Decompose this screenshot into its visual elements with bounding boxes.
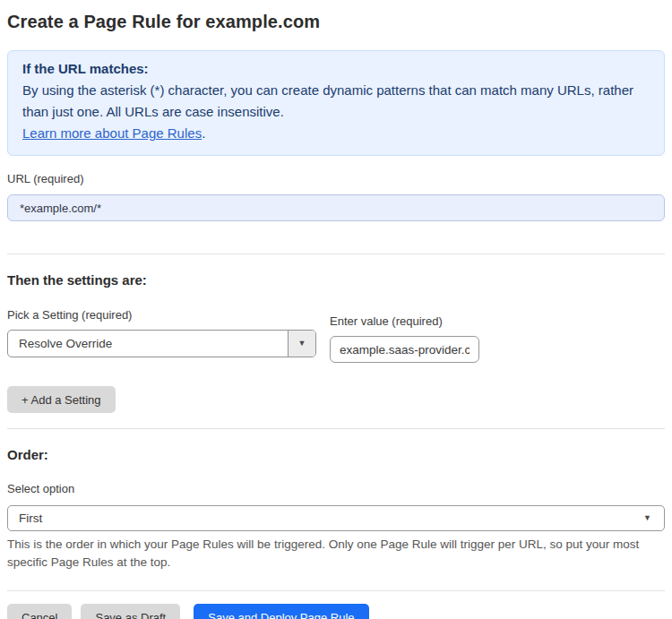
create-page-rule-panel: Create a Page Rule for example.com If th… [0, 0, 672, 619]
order-select-label: Select option [7, 482, 665, 496]
learn-more-page-rules-link[interactable]: Learn more about Page Rules [22, 125, 202, 141]
url-match-info-box: If the URL matches: By using the asteris… [7, 50, 665, 156]
url-input[interactable] [7, 194, 665, 221]
save-and-deploy-button[interactable]: Save and Deploy Page Rule [194, 604, 368, 619]
setting-value-label: Enter value (required) [330, 314, 479, 329]
setting-row: Pick a Setting (required) Resolve Overri… [7, 308, 665, 363]
setting-select-value: Resolve Override [8, 331, 288, 357]
setting-value-input[interactable] [330, 336, 479, 363]
settings-section-heading: Then the settings are: [7, 254, 665, 288]
info-box-link-row: Learn more about Page Rules. [22, 123, 650, 144]
save-as-draft-button[interactable]: Save as Draft [81, 604, 180, 619]
link-period: . [202, 125, 205, 141]
order-select-dropdown[interactable]: First ▼ [7, 505, 665, 531]
order-select-value: First [19, 512, 42, 525]
order-section-heading: Order: [7, 429, 665, 462]
setting-select-label: Pick a Setting (required) [7, 308, 316, 322]
order-help-text: This is the order in which your Page Rul… [7, 536, 665, 572]
info-box-body: By using the asterisk (*) character, you… [22, 80, 650, 123]
footer-actions: Cancel Save as Draft Save and Deploy Pag… [7, 604, 665, 619]
setting-select-column: Pick a Setting (required) Resolve Overri… [7, 308, 316, 357]
chevron-down-icon: ▼ [298, 340, 306, 348]
info-box-heading: If the URL matches: [22, 58, 650, 80]
setting-select-dropdown[interactable]: Resolve Override ▼ [7, 330, 316, 357]
chevron-down-icon: ▼ [643, 514, 651, 522]
setting-value-column: Enter value (required) [330, 308, 479, 363]
cancel-button[interactable]: Cancel [7, 604, 72, 619]
page-title: Create a Page Rule for example.com [7, 0, 665, 32]
footer-divider [7, 590, 665, 591]
add-setting-button[interactable]: + Add a Setting [7, 386, 116, 413]
url-field-label: URL (required) [7, 172, 665, 186]
dropdown-arrow-button[interactable]: ▼ [288, 331, 315, 357]
